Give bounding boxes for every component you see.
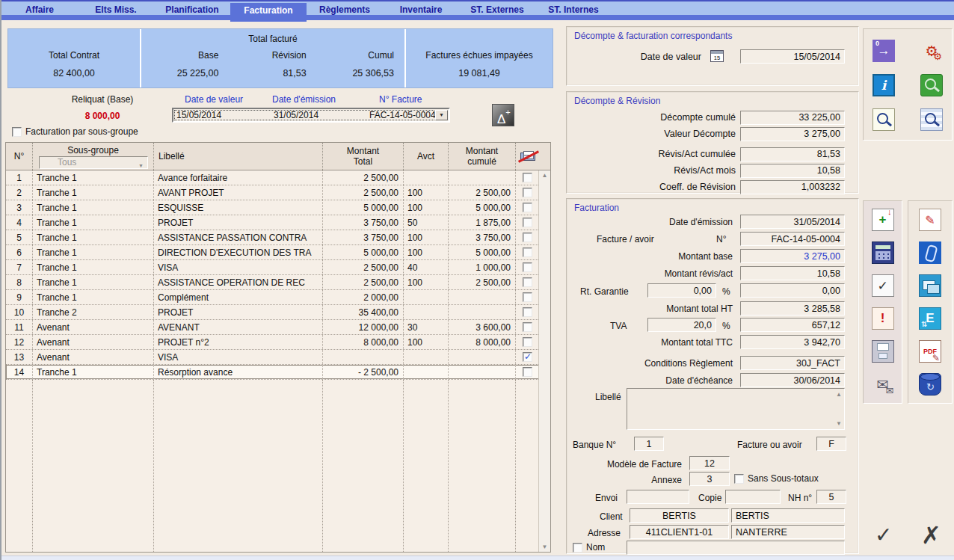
table-search-icon[interactable]	[919, 107, 944, 132]
row-print-checkbox[interactable]	[523, 203, 532, 212]
transfer-icon[interactable]	[871, 38, 896, 64]
tab-facturation[interactable]: Facturation	[230, 3, 307, 22]
nom-checkbox[interactable]	[573, 543, 582, 553]
facture-selector-combo[interactable]: 15/05/2014 31/05/2014 FAC-14-05-0004 ▼	[172, 108, 450, 123]
new-document-icon[interactable]	[870, 207, 896, 233]
copie-field[interactable]	[725, 490, 781, 504]
table-row[interactable]: 11AvenantAVENANT12 000,00303 600,00	[6, 320, 550, 335]
table-row[interactable]: 6Tranche 1DIRECTION D'EXECUTION DES TRA5…	[6, 245, 550, 260]
pdf-icon[interactable]	[917, 339, 943, 364]
revision-row-field[interactable]: 33 225,00	[740, 111, 845, 125]
facturation-sous-groupe-checkbox[interactable]	[12, 127, 22, 137]
tab-affaire[interactable]: Affaire	[1, 3, 78, 16]
table-row[interactable]: 7Tranche 1VISA2 500,00401 000,00	[6, 260, 550, 275]
sans-sous-totaux-checkbox[interactable]	[734, 474, 744, 484]
mail-icon[interactable]	[870, 372, 896, 397]
rt-garantie-field[interactable]: 0,00	[740, 283, 845, 298]
table-scrollbar[interactable]: ▲ ▼	[538, 170, 550, 552]
row-print-checkbox[interactable]	[523, 277, 532, 287]
montant-ht-field[interactable]: 3 285,58	[740, 301, 845, 316]
row-print-checkbox[interactable]	[523, 337, 532, 347]
montant-revis-field[interactable]: 10,58	[740, 266, 845, 280]
textarea-scroll-up-icon[interactable]: ▲	[835, 391, 843, 398]
table-row[interactable]: 14Tranche 1Résorption avance- 2 500,00	[6, 365, 550, 380]
conditions-field[interactable]: 30J_FACT	[740, 356, 845, 370]
row-print-checkbox[interactable]	[523, 233, 532, 242]
info-icon[interactable]	[871, 73, 896, 98]
client-name-field[interactable]: BERTIS	[731, 508, 845, 523]
libelle-textarea[interactable]: ▲ ▼	[627, 388, 845, 430]
document-search-icon[interactable]	[871, 107, 896, 132]
tab-st-externes[interactable]: ST. Externes	[459, 3, 535, 16]
modele-field[interactable]: 12	[689, 456, 730, 470]
add-revision-button[interactable]: Δ+	[492, 104, 514, 126]
table-row[interactable]: 9Tranche 1Complément2 000,00	[6, 290, 550, 305]
revision-row-field[interactable]: 1,003232	[740, 180, 845, 194]
row-print-checkbox[interactable]	[523, 352, 532, 362]
calculator-icon[interactable]	[870, 240, 896, 265]
cancel-button[interactable]: ✗	[921, 525, 941, 546]
gears-icon[interactable]	[919, 38, 944, 64]
calendar-icon[interactable]: 15	[710, 50, 724, 62]
table-row[interactable]: 12AvenantPROJET n°28 000,001008 000,00	[6, 335, 550, 350]
client-code-field[interactable]: BERTIS	[630, 508, 729, 523]
banque-field[interactable]: 1	[634, 437, 664, 451]
table-row[interactable]: 8Tranche 1ASSISTANCE OPERATION DE REC2 5…	[6, 275, 550, 290]
table-row[interactable]: 13AvenantVISA	[6, 350, 550, 365]
date-emission-field[interactable]: 31/05/2014	[740, 215, 845, 229]
row-print-checkbox[interactable]	[523, 218, 532, 227]
attachment-icon[interactable]	[917, 240, 943, 265]
revision-row-field[interactable]: 10,58	[740, 164, 845, 178]
tva-field[interactable]: 657,12	[740, 318, 845, 332]
database-icon[interactable]	[917, 372, 943, 397]
montant-base-field[interactable]: 3 275,00	[740, 249, 845, 263]
nom-field[interactable]	[627, 541, 845, 555]
adresse-code-field[interactable]: 411CLIENT1-01	[630, 525, 729, 539]
print-icon[interactable]	[870, 339, 896, 364]
sous-groupe-filter-combo[interactable]: Tous ▼	[39, 156, 148, 169]
echeance-field[interactable]: 30/06/2014	[740, 373, 845, 387]
revision-row-field[interactable]: 81,53	[740, 147, 845, 161]
table-row[interactable]: 10Tranche 2PROJET35 400,00	[6, 305, 550, 320]
facture-avoir-field[interactable]: FAC-14-05-0004	[740, 232, 845, 246]
row-print-checkbox[interactable]	[523, 322, 532, 332]
tab-planification[interactable]: Planification	[154, 3, 230, 16]
tab-elts-miss[interactable]: Elts Miss.	[78, 3, 154, 16]
row-print-checkbox[interactable]	[523, 247, 532, 257]
combo-dropdown-button[interactable]: ▼	[435, 110, 448, 120]
row-print-checkbox[interactable]	[523, 188, 532, 197]
row-print-checkbox[interactable]	[523, 262, 532, 272]
table-row[interactable]: 3Tranche 1ESQUISSE5 000,001005 000,00	[6, 200, 550, 215]
tab-reglements[interactable]: Règlements	[307, 3, 383, 16]
tab-st-internes[interactable]: ST. Internes	[535, 3, 612, 16]
envoi-field[interactable]	[627, 490, 689, 504]
scroll-up-icon[interactable]: ▲	[539, 172, 550, 179]
row-print-checkbox[interactable]	[523, 173, 532, 182]
montant-ttc-field[interactable]: 3 942,70	[740, 335, 845, 349]
export-icon[interactable]	[917, 306, 943, 331]
folder-search-icon[interactable]	[919, 73, 944, 98]
tab-inventaire[interactable]: Inventaire	[383, 3, 459, 16]
validate-button[interactable]: ✓	[875, 525, 892, 546]
photos-icon[interactable]	[917, 273, 943, 298]
correspondants-date-field[interactable]: 15/05/2014	[740, 49, 845, 64]
table-row[interactable]: 2Tranche 1AVANT PROJET2 500,001002 500,0…	[6, 185, 550, 200]
row-print-checkbox[interactable]	[523, 307, 532, 317]
nh-field[interactable]: 5	[816, 490, 846, 504]
textarea-scroll-down-icon[interactable]: ▼	[835, 420, 843, 427]
table-row[interactable]: 1Tranche 1Avance forfaitaire2 500,00	[6, 170, 550, 185]
annexe-field[interactable]: 3	[689, 472, 730, 486]
adresse-ville-field[interactable]: NANTERRE	[731, 525, 845, 539]
table-row[interactable]: 5Tranche 1ASSISTANCE PASSATION CONTRA3 7…	[6, 230, 550, 245]
edit-document-icon[interactable]	[917, 207, 943, 233]
table-row[interactable]: 4Tranche 1PROJET3 750,00501 875,00	[6, 215, 550, 230]
row-print-checkbox[interactable]	[523, 367, 532, 377]
tva-pct-field[interactable]: 20,0	[647, 318, 716, 332]
facture-ou-avoir-field[interactable]: F	[816, 437, 846, 451]
rt-garantie-pct-field[interactable]: 0,00	[647, 283, 716, 298]
check-document-icon[interactable]	[870, 273, 896, 298]
row-print-checkbox[interactable]	[523, 292, 532, 302]
revision-row-field[interactable]: 3 275,00	[740, 127, 845, 141]
stamp-document-icon[interactable]	[870, 306, 896, 331]
scroll-down-icon[interactable]: ▼	[539, 544, 550, 550]
